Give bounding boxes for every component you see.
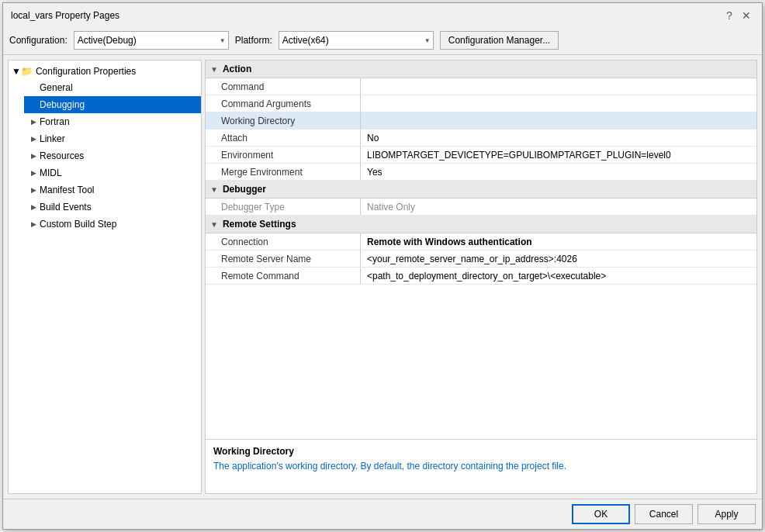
platform-select[interactable]: Active(x64) <box>279 31 434 50</box>
prop-name-command: Command <box>206 78 361 95</box>
resources-label: Resources <box>40 150 84 161</box>
tree-children: General Debugging ▶ Fortran ▶ Linker <box>9 79 201 233</box>
fortran-label: Fortran <box>40 116 70 127</box>
linker-label: Linker <box>40 133 65 144</box>
custom-build-step-label: Custom Build Step <box>40 219 116 230</box>
section-action[interactable]: ▼ Action <box>206 60 756 78</box>
linker-expand-icon: ▶ <box>27 133 40 145</box>
debugger-section-label: Debugger <box>223 184 266 195</box>
prop-value-merge-environment[interactable]: Yes <box>361 164 756 180</box>
prop-name-working-directory: Working Directory <box>206 112 361 129</box>
configuration-select[interactable]: Active(Debug) <box>74 31 229 50</box>
debugging-label: Debugging <box>40 99 85 110</box>
prop-value-connection[interactable]: Remote with Windows authentication <box>361 233 756 250</box>
prop-name-connection: Connection <box>206 233 361 250</box>
prop-value-attach[interactable]: No <box>361 130 756 146</box>
prop-value-environment[interactable]: LIBOMPTARGET_DEVICETYPE=GPULIBOMPTARGET_… <box>361 147 756 163</box>
prop-row-debugger-type: Debugger Type Native Only <box>206 199 756 216</box>
platform-select-wrapper: Active(x64) <box>279 31 434 50</box>
prop-name-merge-environment: Merge Environment <box>206 164 361 180</box>
midl-expand-icon: ▶ <box>27 167 40 179</box>
tree-root: ▼ 📁 Configuration Properties General Deb… <box>9 60 201 236</box>
remote-settings-section-label: Remote Settings <box>223 219 296 230</box>
action-section-label: Action <box>223 64 251 74</box>
sidebar-item-linker[interactable]: ▶ Linker <box>24 130 201 147</box>
sidebar-item-custom-build-step[interactable]: ▶ Custom Build Step <box>24 216 201 233</box>
prop-name-remote-server-name: Remote Server Name <box>206 250 361 267</box>
configuration-manager-button[interactable]: Configuration Manager... <box>440 31 559 50</box>
platform-label: Platform: <box>235 35 272 46</box>
ok-button[interactable]: OK <box>572 504 630 524</box>
fortran-expand-icon: ▶ <box>27 116 40 128</box>
right-panel: ▼ Action Command Command Arguments Worki… <box>205 60 757 494</box>
debugging-expand-icon <box>27 98 40 111</box>
prop-row-remote-command: Remote Command <path_to_deployment_direc… <box>206 268 756 285</box>
sidebar-item-debugging[interactable]: Debugging <box>24 96 201 113</box>
prop-row-command-arguments: Command Arguments <box>206 95 756 112</box>
properties-table: ▼ Action Command Command Arguments Worki… <box>206 60 756 439</box>
sidebar-item-fortran[interactable]: ▶ Fortran <box>24 113 201 130</box>
sidebar-item-general[interactable]: General <box>24 79 201 96</box>
build-events-expand-icon: ▶ <box>27 201 40 213</box>
prop-value-remote-command[interactable]: <path_to_deployment_directory_on_target>… <box>361 268 756 284</box>
sidebar-item-resources[interactable]: ▶ Resources <box>24 147 201 164</box>
prop-row-environment: Environment LIBOMPTARGET_DEVICETYPE=GPUL… <box>206 147 756 164</box>
section-remote-settings[interactable]: ▼ Remote Settings <box>206 216 756 233</box>
description-text: The application's working directory. By … <box>213 460 749 473</box>
root-label: Configuration Properties <box>36 66 136 77</box>
resources-expand-icon: ▶ <box>27 150 40 162</box>
prop-name-command-arguments: Command Arguments <box>206 95 361 112</box>
bottom-buttons: OK Cancel Apply <box>3 499 762 529</box>
prop-value-working-directory[interactable] <box>361 112 756 129</box>
config-label: Configuration: <box>9 35 68 46</box>
general-label: General <box>40 82 73 93</box>
cancel-button[interactable]: Cancel <box>635 504 693 524</box>
description-panel: Working Directory The application's work… <box>206 439 756 493</box>
prop-value-debugger-type[interactable]: Native Only <box>361 199 756 215</box>
sidebar-item-midl[interactable]: ▶ MIDL <box>24 164 201 181</box>
midl-label: MIDL <box>40 168 62 178</box>
prop-row-merge-environment: Merge Environment Yes <box>206 164 756 181</box>
prop-value-remote-server-name[interactable]: <your_remote_server_name_or_ip_address>:… <box>361 250 756 267</box>
dialog-title: local_vars Property Pages <box>11 10 119 21</box>
remote-settings-collapse-icon: ▼ <box>210 220 218 229</box>
root-collapse-icon: ▼ <box>12 66 21 77</box>
sidebar: ▼ 📁 Configuration Properties General Deb… <box>8 60 202 494</box>
prop-row-connection: Connection Remote with Windows authentic… <box>206 233 756 250</box>
config-select-wrapper: Active(Debug) <box>74 31 229 50</box>
prop-name-attach: Attach <box>206 130 361 146</box>
prop-value-command[interactable] <box>361 78 756 95</box>
root-folder-icon: 📁 <box>21 66 33 77</box>
prop-row-remote-server-name: Remote Server Name <your_remote_server_n… <box>206 250 756 268</box>
sidebar-item-build-events[interactable]: ▶ Build Events <box>24 199 201 216</box>
property-pages-dialog: local_vars Property Pages ? ✕ Configurat… <box>2 2 763 530</box>
prop-name-debugger-type: Debugger Type <box>206 199 361 215</box>
config-bar: Configuration: Active(Debug) Platform: A… <box>3 26 762 55</box>
build-events-label: Build Events <box>40 202 92 212</box>
help-button[interactable]: ? <box>722 8 737 23</box>
prop-name-environment: Environment <box>206 147 361 163</box>
action-collapse-icon: ▼ <box>210 65 218 74</box>
manifest-tool-expand-icon: ▶ <box>27 184 40 196</box>
apply-button[interactable]: Apply <box>698 504 756 524</box>
debugger-collapse-icon: ▼ <box>210 185 218 194</box>
title-bar-buttons: ? ✕ <box>722 8 754 23</box>
description-title: Working Directory <box>213 446 749 457</box>
sidebar-item-manifest-tool[interactable]: ▶ Manifest Tool <box>24 181 201 199</box>
prop-row-working-directory: Working Directory <box>206 112 756 130</box>
custom-build-step-expand-icon: ▶ <box>27 218 40 230</box>
prop-name-remote-command: Remote Command <box>206 268 361 284</box>
general-expand-icon <box>27 81 40 94</box>
tree-root-item[interactable]: ▼ 📁 Configuration Properties <box>9 64 201 79</box>
section-debugger[interactable]: ▼ Debugger <box>206 181 756 199</box>
main-content: ▼ 📁 Configuration Properties General Deb… <box>3 55 762 499</box>
close-button[interactable]: ✕ <box>739 8 754 23</box>
prop-row-command: Command <box>206 78 756 95</box>
title-bar: local_vars Property Pages ? ✕ <box>3 3 762 26</box>
prop-row-attach: Attach No <box>206 130 756 147</box>
manifest-tool-label: Manifest Tool <box>40 185 94 195</box>
prop-value-command-arguments[interactable] <box>361 95 756 112</box>
